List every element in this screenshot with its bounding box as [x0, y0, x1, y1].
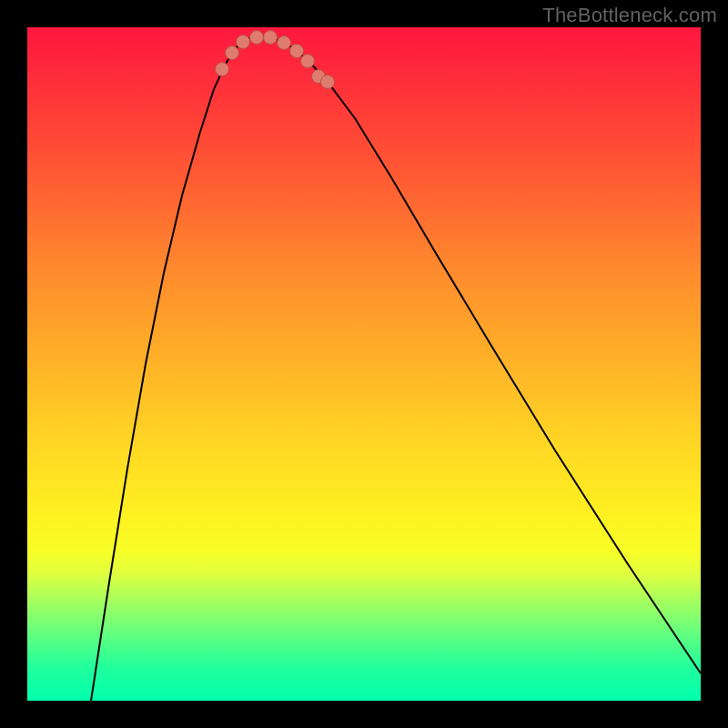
curve-marker — [278, 36, 291, 50]
bottleneck-curve — [91, 36, 701, 701]
curve-marker — [321, 76, 335, 89]
curve-marker — [226, 46, 239, 60]
plot-area — [27, 27, 701, 701]
curve-marker — [290, 45, 304, 58]
curve-marker — [250, 31, 264, 45]
chart-container: TheBottleneck.com — [0, 0, 728, 728]
curve-markers — [216, 31, 335, 89]
curve-marker — [216, 63, 229, 76]
watermark-text: TheBottleneck.com — [542, 4, 717, 27]
curve-marker — [237, 35, 250, 49]
curve-marker — [301, 55, 315, 68]
curve-marker — [264, 31, 278, 45]
curve-svg — [27, 27, 701, 701]
